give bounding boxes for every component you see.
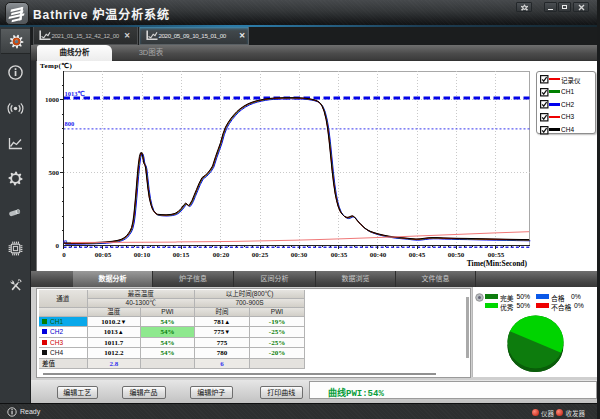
svg-text:00:35: 00:35 [331, 251, 348, 259]
svg-text:500: 500 [49, 169, 60, 177]
svg-text:00:30: 00:30 [291, 251, 308, 259]
svg-text:1013℃: 1013℃ [65, 90, 85, 97]
svg-text:00:50: 00:50 [448, 251, 465, 259]
svg-text:00:40: 00:40 [370, 251, 387, 259]
svg-text:00:55: 00:55 [488, 251, 505, 259]
svg-text:0: 0 [56, 242, 60, 250]
svg-text:800: 800 [65, 120, 75, 127]
svg-text:0: 0 [62, 251, 66, 259]
svg-text:Time(Min:Second): Time(Min:Second) [467, 259, 528, 268]
svg-text:00:25: 00:25 [252, 251, 269, 259]
svg-text:00:45: 00:45 [409, 251, 426, 259]
svg-text:1000: 1000 [45, 96, 60, 104]
svg-text:Temp(℃): Temp(℃) [40, 62, 72, 70]
svg-text:00:15: 00:15 [173, 251, 190, 259]
svg-text:00:20: 00:20 [213, 251, 230, 259]
svg-text:00:05: 00:05 [95, 251, 112, 259]
svg-text:00:10: 00:10 [134, 251, 151, 259]
